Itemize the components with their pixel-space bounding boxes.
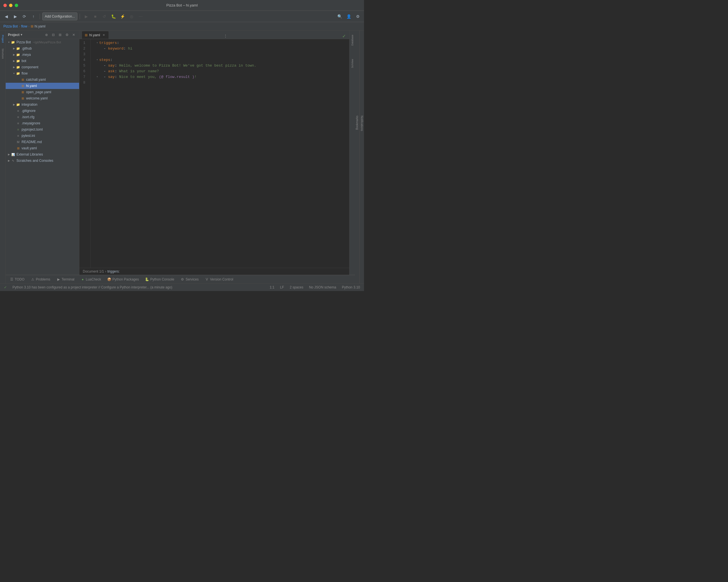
sidebar-close-btn[interactable]: ✕: [71, 32, 77, 38]
file-tree: ▾ 📁 Pizza Bot ~/git/Meya/Pizza Bot ▶ 📁 .…: [6, 39, 79, 164]
editor-tab-hi-yaml[interactable]: ⊞ hi.yaml ✕: [82, 31, 109, 39]
breadcrumb-root[interactable]: Pizza Bot: [3, 24, 18, 28]
vcs-commit-button[interactable]: ↑: [29, 12, 37, 20]
python-console-tab[interactable]: 🐍 Python Console: [142, 276, 177, 283]
settings-button[interactable]: ⚙: [354, 12, 362, 20]
problems-tab[interactable]: ⚠ Problems: [28, 276, 53, 283]
status-python-message[interactable]: Python 3.10 has been configured as a pro…: [11, 285, 266, 290]
sidebar-dropdown-arrow[interactable]: ▾: [21, 33, 22, 36]
tree-meya[interactable]: ▶ 📁 .meya: [6, 52, 79, 58]
sidebar-collapse-btn[interactable]: ⊟: [50, 32, 56, 38]
code-token: say: [108, 63, 114, 69]
fold-arrow-4[interactable]: ▾: [95, 57, 99, 63]
vcs-update-button[interactable]: ⟳: [20, 12, 28, 20]
tree-component[interactable]: ▶ 📁 component: [6, 64, 79, 70]
tree-catchall[interactable]: ⊞ catchall.yaml: [6, 77, 79, 83]
code-editor[interactable]: 1 2 3 4 5 6 7 8 ▾ triggers:: [79, 39, 349, 268]
sidebar-locate-btn[interactable]: ⊕: [43, 32, 50, 38]
sidebar-settings-btn[interactable]: ⚙: [64, 32, 70, 38]
tree-label-component: component: [22, 65, 38, 69]
database-panel-icon[interactable]: Database: [350, 32, 355, 49]
bookmarks-label[interactable]: Bookmarks: [356, 115, 359, 130]
folder-icon-bot: 📁: [16, 59, 20, 63]
tree-arrow-extlibs: ▶: [7, 153, 11, 156]
tree-flow[interactable]: ▾ 📁 flow: [6, 70, 79, 77]
version-control-tab[interactable]: V Version Control: [202, 276, 236, 283]
code-token: !: [194, 74, 197, 80]
line-num-8: 8: [79, 80, 87, 85]
status-schema[interactable]: No JSON schema: [307, 285, 338, 290]
tree-root-pizza-bot[interactable]: ▾ 📁 Pizza Bot ~/git/Meya/Pizza Bot: [6, 39, 79, 45]
status-encoding[interactable]: LF: [278, 285, 286, 290]
search-everywhere-button[interactable]: 🔍: [336, 12, 344, 20]
toml-icon-pyproject: ≡: [16, 127, 20, 132]
sidebar-filter-btn[interactable]: ⊞: [57, 32, 63, 38]
tree-gitignore[interactable]: ≡ .gitignore: [6, 108, 79, 114]
code-content[interactable]: ▾ triggers: ▾ - keyword: hi ▾: [91, 39, 349, 268]
coverage-button[interactable]: ◎: [128, 12, 135, 20]
folder-icon-integration: 📁: [16, 102, 20, 107]
structure-panel-icon[interactable]: Structure: [0, 47, 5, 61]
status-position[interactable]: 1:1: [268, 285, 276, 290]
minimize-button[interactable]: [9, 4, 12, 7]
code-token: :: [117, 40, 119, 46]
todo-tab[interactable]: ☰ TODO: [7, 276, 27, 283]
tree-open-page[interactable]: ⊞ open_page.yaml: [6, 89, 79, 95]
stop-button[interactable]: ■: [91, 12, 99, 20]
editor-tabs-more[interactable]: ⋮: [223, 33, 229, 39]
python-packages-tab[interactable]: 📦 Python Packages: [105, 276, 142, 283]
tree-arrow-integration: ▶: [12, 103, 16, 106]
tree-external-libs[interactable]: ▶ 📊 External Libraries: [6, 151, 79, 158]
status-interpreter[interactable]: Python 3.10: [340, 285, 362, 290]
tab-close-button[interactable]: ✕: [102, 33, 106, 37]
window-title: Pizza Bot – hi.yaml: [166, 3, 198, 7]
tree-vault[interactable]: ⊞ vault.yaml: [6, 145, 79, 151]
editor-tab-actions: ⋮: [223, 33, 229, 39]
tree-bot[interactable]: ▶ 📁 bot: [6, 58, 79, 64]
status-message-text: Python 3.10 has been configured as a pro…: [12, 285, 172, 289]
tree-label-vault: vault.yaml: [22, 146, 37, 150]
sidebar: Project ▾ ⊕ ⊟ ⊞ ⚙ ✕ ▾ 📁 Pizza B: [6, 31, 79, 275]
luacheck-tab[interactable]: ● LuaCheck: [78, 276, 104, 283]
tree-isort[interactable]: ≡ .isort.cfg: [6, 114, 79, 120]
terminal-tab[interactable]: ▶ Terminal: [54, 276, 77, 283]
project-panel-icon[interactable]: Project: [0, 32, 5, 46]
services-tab[interactable]: ⚙ Services: [178, 276, 202, 283]
fold-arrow-7[interactable]: ▾: [95, 74, 99, 80]
code-line-6: ▾ - ask: What is your name?: [95, 69, 349, 74]
rerun-button[interactable]: ↺: [100, 12, 108, 20]
forward-button[interactable]: ▶: [11, 12, 19, 20]
line-num-4: 4: [79, 57, 87, 63]
tree-label-catchall: catchall.yaml: [26, 78, 46, 82]
breadcrumb-sep-2: ›: [28, 24, 29, 28]
sciview-panel-icon[interactable]: SciView: [350, 55, 355, 72]
code-token: hi: [128, 46, 132, 52]
status-indent[interactable]: 2 spaces: [288, 285, 305, 290]
maximize-button[interactable]: [15, 4, 18, 7]
editor-valid-indicator: ✓: [342, 33, 347, 39]
tree-readme[interactable]: M README.md: [6, 139, 79, 145]
tree-arrow-meya: ▶: [12, 53, 16, 56]
run-button[interactable]: ▶: [82, 12, 90, 20]
add-configuration-button[interactable]: Add Configuration...: [42, 12, 77, 20]
tree-pytest[interactable]: ≡ pytest.ini: [6, 133, 79, 139]
user-button[interactable]: 👤: [345, 12, 353, 20]
tree-pyproject[interactable]: ≡ pyproject.toml: [6, 126, 79, 133]
profile-button[interactable]: ⚡: [119, 12, 126, 20]
tree-hi-yaml[interactable]: ⊞ hi.yaml: [6, 83, 79, 89]
debug-button[interactable]: 🐛: [109, 12, 118, 20]
close-button[interactable]: [3, 4, 7, 7]
tree-integration[interactable]: ▶ 📁 integration: [6, 101, 79, 108]
breadcrumb-folder[interactable]: flow: [21, 24, 27, 28]
notifications-label[interactable]: Notifications: [360, 115, 363, 131]
editor-bc-doc: Document 1/1: [83, 269, 104, 273]
tree-github[interactable]: ▶ 📁 .github: [6, 45, 79, 52]
tree-welcome[interactable]: ⊞ welcome.yaml: [6, 95, 79, 101]
back-button[interactable]: ◀: [2, 12, 10, 20]
fold-arrow-1[interactable]: ▾: [95, 40, 99, 46]
tree-scratches[interactable]: ▶ ✎ Scratches and Consoles: [6, 158, 79, 164]
more-run-button[interactable]: ⋯: [137, 12, 145, 20]
traffic-lights: [3, 4, 18, 7]
editor-tabs: ⊞ hi.yaml ✕ ⋮ ✓: [79, 31, 349, 39]
tree-meyaignore[interactable]: ≡ .meyaignore: [6, 120, 79, 126]
